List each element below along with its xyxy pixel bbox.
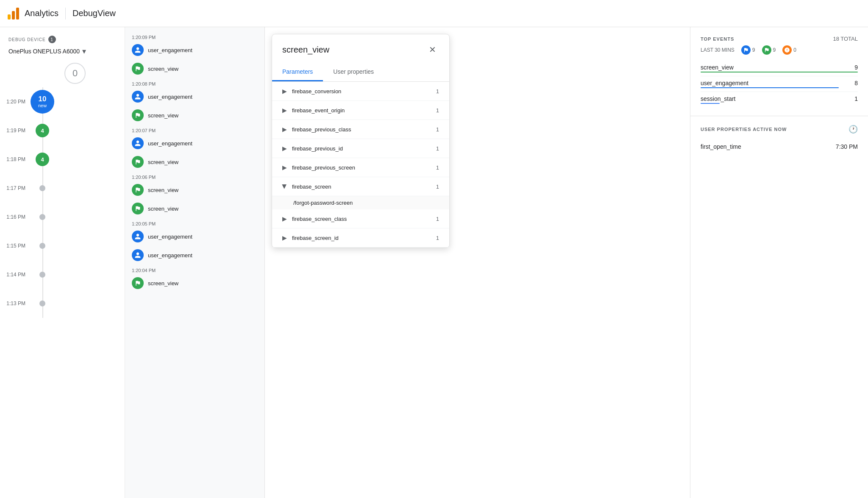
param-count: 1 <box>436 126 439 133</box>
badge-group-blue: 9 <box>741 45 755 55</box>
param-name: firebase_event_origin <box>292 107 436 114</box>
param-row[interactable]: ▶ firebase_conversion 1 <box>272 82 449 101</box>
param-count: 1 <box>436 164 439 171</box>
timeline-time: 1:15 PM <box>4 243 30 249</box>
timeline-bubble-dot[interactable] <box>39 243 45 249</box>
event-icon-blue-person <box>132 91 144 103</box>
event-stat-row[interactable]: user_engagement 8 <box>701 76 858 92</box>
detail-title: screen_view <box>282 45 329 55</box>
event-row[interactable]: user_engagement <box>125 246 264 264</box>
badge-count-blue: 9 <box>752 47 755 53</box>
timeline-entry: 1:18 PM 4 <box>4 145 120 174</box>
event-stat-name: user_engagement <box>701 80 854 86</box>
chevron-down-icon: ▾ <box>82 47 86 56</box>
page-name: DebugView <box>72 8 116 18</box>
svg-rect-0 <box>8 14 11 19</box>
event-row[interactable]: screen_view <box>125 153 264 171</box>
event-row[interactable]: user_engagement <box>125 41 264 59</box>
param-name: firebase_previous_class <box>292 126 436 133</box>
app-name: Analytics <box>25 8 58 18</box>
event-icon-green-flag <box>132 156 144 168</box>
event-row[interactable]: user_engagement <box>125 134 264 153</box>
app-logo[interactable]: Analytics <box>7 7 58 20</box>
timeline-time: 1:17 PM <box>4 185 30 191</box>
detail-and-right: screen_view ✕ Parameters User properties… <box>265 27 868 498</box>
event-row[interactable]: user_engagement <box>125 227 264 246</box>
timeline-spine <box>30 243 55 249</box>
badge-count-green: 9 <box>773 47 776 53</box>
debug-device-label: DEBUG DEVICE 1 <box>0 36 125 45</box>
event-stat-name: screen_view <box>701 64 854 71</box>
event-bar-green <box>701 72 858 72</box>
event-row[interactable]: screen_view <box>125 274 264 292</box>
timeline-entry: 1:15 PM <box>4 231 120 260</box>
chevron-right-icon: ▶ <box>282 145 287 152</box>
timeline-bubble-large[interactable]: 10 new <box>31 90 54 114</box>
event-name: screen_view <box>148 159 178 165</box>
timeline-panel: DEBUG DEVICE 1 OnePlus ONEPLUS A6000 ▾ 0 <box>0 27 125 498</box>
user-prop-row: first_open_time 7:30 PM <box>701 140 858 153</box>
param-row[interactable]: ▶ firebase_previous_screen 1 <box>272 158 449 177</box>
chevron-right-icon: ▶ <box>282 234 287 241</box>
badge-count-orange: 0 <box>793 47 796 53</box>
event-name: user_engagement <box>148 252 192 259</box>
tab-parameters[interactable]: Parameters <box>272 63 323 81</box>
event-row[interactable]: user_engagement <box>125 87 264 106</box>
event-icon-green-flag <box>132 63 144 75</box>
event-name: user_engagement <box>148 47 192 53</box>
timeline-time: 1:19 PM <box>4 128 30 134</box>
param-name: firebase_screen_id <box>292 235 436 241</box>
close-button[interactable]: ✕ <box>426 43 439 56</box>
param-count: 1 <box>436 145 439 152</box>
clock-icon: 🕐 <box>849 125 858 134</box>
event-row[interactable]: screen_view <box>125 199 264 218</box>
user-prop-value: 7:30 PM <box>836 143 858 150</box>
param-name: firebase_screen <box>292 184 436 190</box>
event-row[interactable]: screen_view <box>125 181 264 199</box>
param-count: 1 <box>436 88 439 95</box>
event-name: user_engagement <box>148 94 192 100</box>
timeline-bubble-dot[interactable] <box>39 300 45 306</box>
device-selector[interactable]: OnePlus ONEPLUS A6000 ▾ <box>0 45 125 63</box>
chevron-right-icon: ▶ <box>282 215 287 222</box>
svg-rect-1 <box>12 11 15 19</box>
timeline-bubble-number[interactable]: 4 <box>36 124 49 137</box>
detail-content[interactable]: ▶ firebase_conversion 1 ▶ firebase_event… <box>272 82 449 248</box>
timeline-spine <box>30 214 55 220</box>
top-events-section: TOP EVENTS 18 TOTAL LAST 30 MINS 9 <box>690 27 868 116</box>
badge-blue <box>741 45 751 55</box>
timeline-bubble-dot[interactable] <box>39 272 45 278</box>
param-row[interactable]: ▶ firebase_previous_class 1 <box>272 120 449 139</box>
badge-group-orange: 0 <box>782 45 796 55</box>
events-scroll[interactable]: 1:20:09 PM user_engagement screen_view 1… <box>125 27 264 498</box>
event-stat-row[interactable]: session_start 1 <box>701 92 858 107</box>
user-properties-section: USER PROPERTIES ACTIVE NOW 🕐 first_open_… <box>690 116 868 162</box>
timeline-bubble-dot[interactable] <box>39 185 45 191</box>
event-stat-row[interactable]: screen_view 9 <box>701 61 858 76</box>
tab-user-properties[interactable]: User properties <box>323 63 384 81</box>
event-row[interactable]: screen_view <box>125 106 264 125</box>
param-row[interactable]: ▶ firebase_screen_id 1 <box>272 228 449 248</box>
event-icon-green-flag <box>132 203 144 214</box>
param-row[interactable]: ▶ firebase_previous_id 1 <box>272 139 449 158</box>
section-time: 1:20:09 PM <box>125 31 264 41</box>
param-row[interactable]: ▶ firebase_screen 1 <box>272 177 449 196</box>
event-name: user_engagement <box>148 140 192 147</box>
timeline-time: 1:20 PM <box>4 99 30 105</box>
event-bar-blue2 <box>701 103 720 104</box>
timeline-bubble-number[interactable]: 4 <box>36 153 49 166</box>
param-row[interactable]: ▶ firebase_screen_class 1 <box>272 209 449 228</box>
svg-rect-2 <box>16 8 19 19</box>
user-props-title: USER PROPERTIES ACTIVE NOW <box>701 127 787 132</box>
timeline-bubble-dot[interactable] <box>39 214 45 220</box>
event-icon-green-flag <box>132 184 144 196</box>
timeline-entry: 1:20 PM 10 new <box>4 87 120 116</box>
timeline-spine: 4 <box>30 124 55 137</box>
param-row[interactable]: ▶ firebase_event_origin 1 <box>272 101 449 120</box>
timeline-entry: 1:19 PM 4 <box>4 116 120 145</box>
event-row[interactable]: screen_view <box>125 59 264 78</box>
timeline-entry: 1:13 PM <box>4 289 120 318</box>
param-name: firebase_conversion <box>292 88 436 95</box>
timeline-entry: 1:17 PM <box>4 174 120 203</box>
detail-tabs: Parameters User properties <box>272 63 449 82</box>
